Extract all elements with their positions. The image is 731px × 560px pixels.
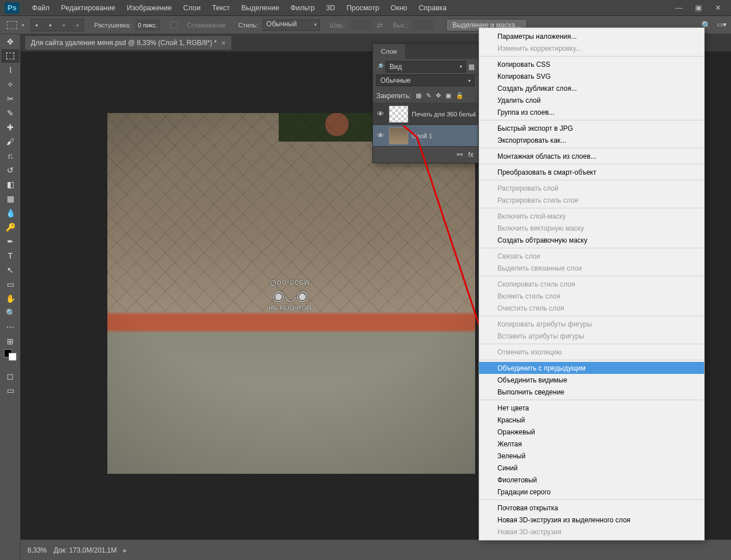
menu-окно[interactable]: Окно [385,0,413,16]
layer-row[interactable]: 👁 Слой 1 [373,125,478,147]
subtract-selection-icon[interactable]: ▫ [58,19,70,31]
menu-item[interactable]: Почтовая открытка [479,502,704,514]
menu-item[interactable]: Монтажная область из слоев... [479,150,704,162]
menu-item[interactable]: Оранжевый [479,426,704,438]
menu-item[interactable]: Копировать CSS [479,58,704,70]
menu-просмотр[interactable]: Просмотр [341,0,385,16]
layers-tab[interactable]: Слои [373,44,405,59]
status-expand-icon[interactable]: ▸ [123,546,127,554]
layer-name[interactable]: Печать для 360 белый дл... [412,111,476,118]
magic-wand-tool-icon[interactable]: ✧ [1,78,19,91]
menu-item[interactable]: Новая 3D-экструзия из выделенного слоя [479,514,704,526]
quick-mask-icon[interactable]: ◻ [1,369,19,383]
edit-toolbar-icon[interactable]: ⊞ [1,335,19,348]
rectangle-tool-icon[interactable]: ▭ [1,277,19,291]
zoom-level[interactable]: 8,33% [27,546,47,554]
menu-справка[interactable]: Справка [413,0,452,16]
add-selection-icon[interactable]: ▪ [44,19,57,31]
menu-item[interactable]: Создать обтравочную маску [479,234,704,246]
menu-item[interactable]: Группа из слоев... [479,106,704,118]
color-swatch[interactable] [1,349,19,362]
menu-separator [480,180,704,180]
lock-brush-icon[interactable]: ✎ [426,92,431,99]
move-tool-icon[interactable]: ✥ [1,35,19,49]
menu-item[interactable]: Параметры наложения... [479,30,704,42]
menu-item[interactable]: Создать дубликат слоя... [479,82,704,94]
menu-item[interactable]: Копировать SVG [479,70,704,82]
menu-текст[interactable]: Текст [206,0,235,16]
menu-item[interactable]: Зеленый [479,450,704,462]
pen-tool-icon[interactable]: ✒ [1,235,19,248]
menu-изображение[interactable]: Изображение [121,0,178,16]
blend-mode-select[interactable]: Обычные▾ [376,75,475,86]
link-layers-icon[interactable]: ⚯ [457,151,463,159]
menu-item[interactable]: Объединить с предыдущим [479,362,704,374]
menu-3d[interactable]: 3D [320,0,341,16]
blur-tool-icon[interactable]: 💧 [1,206,19,220]
eyedropper-tool-icon[interactable]: ✎ [1,106,19,120]
new-selection-icon[interactable]: ▪ [30,19,43,31]
history-brush-tool-icon[interactable]: ↺ [1,163,19,177]
screen-mode-icon[interactable]: ▭ [1,384,19,397]
menu-item: Новая 3D-экструзия [479,526,704,538]
menu-выделение[interactable]: Выделение [236,0,285,16]
menu-item[interactable]: Градации серого [479,486,704,498]
more-tools-icon[interactable]: ⋯ [1,320,19,334]
gradient-tool-icon[interactable]: ▦ [1,192,19,206]
layer-effects-icon[interactable]: fx [468,151,473,159]
eraser-tool-icon[interactable]: ◧ [1,178,19,191]
filter-icon[interactable]: ▦ [468,63,475,71]
maximize-button[interactable]: ▣ [692,3,705,13]
layer-thumbnail[interactable] [389,127,408,144]
hand-tool-icon[interactable]: ✋ [1,292,19,305]
menu-item[interactable]: Выполнить сведение [479,386,704,398]
crop-tool-icon[interactable]: ✂ [1,92,19,106]
workspace-icon[interactable]: ▭▾ [717,21,726,30]
layer-row[interactable]: 👁 Печать для 360 белый дл... [373,103,478,125]
menu-item: Очистить стиль слоя [479,302,704,314]
menu-item[interactable]: Быстрый экспорт в JPG [479,122,704,134]
rectangular-marquee-tool-icon[interactable] [1,49,19,63]
menu-редактирование[interactable]: Редактирование [55,0,121,16]
visibility-icon[interactable]: 👁 [375,131,385,140]
menu-item[interactable]: Фиолетовый [479,474,704,486]
lock-all-icon[interactable]: 🔒 [456,92,464,99]
zoom-tool-icon[interactable]: 🔍 [1,306,19,320]
menu-item[interactable]: Нет цвета [479,402,704,414]
menu-слои[interactable]: Слои [178,0,206,16]
lasso-tool-icon[interactable]: ⌇ [1,63,19,77]
lock-position-icon[interactable]: ✥ [436,92,441,99]
layer-thumbnail[interactable] [389,106,408,123]
document-canvas[interactable]: Обо всем ◉◡◉ не молчком [107,113,475,474]
intersect-selection-icon[interactable]: ▫ [71,19,84,31]
menu-item[interactable]: Синий [479,462,704,474]
filter-kind-select[interactable]: Вид▾ [385,61,466,72]
menu-separator [480,148,704,148]
close-tab-icon[interactable]: ✕ [221,40,226,46]
clone-stamp-tool-icon[interactable]: ⎌ [1,149,19,163]
layer-name[interactable]: Слой 1 [412,132,476,139]
menu-item[interactable]: Объединить видимые [479,374,704,386]
menu-фильтр[interactable]: Фильтр [285,0,320,16]
path-selection-tool-icon[interactable]: ↖ [1,263,19,277]
type-tool-icon[interactable]: T [1,249,19,263]
feather-input[interactable] [135,19,160,31]
document-tab[interactable]: Для сайта удаление меня.psd @ 8,33% (Сло… [25,36,231,50]
menu-item[interactable]: Преобразовать в смарт-объект [479,166,704,178]
dodge-tool-icon[interactable]: 🔑 [1,220,19,234]
minimize-button[interactable]: — [673,3,685,13]
menu-item[interactable]: Желтая [479,438,704,450]
healing-brush-tool-icon[interactable]: ✚ [1,120,19,134]
brush-tool-icon[interactable]: 🖌 [1,135,19,148]
lock-artboard-icon[interactable]: ▣ [445,92,451,99]
chevron-down-icon[interactable]: ▾ [22,22,25,28]
marquee-tool-icon[interactable] [7,21,17,29]
style-select[interactable]: Обычный [263,19,320,31]
menu-item[interactable]: Красный [479,414,704,426]
lock-pixels-icon[interactable]: ▦ [416,92,421,99]
menu-item[interactable]: Удалить слой [479,94,704,106]
menu-item[interactable]: Экспортировать как... [479,134,704,146]
visibility-icon[interactable]: 👁 [375,110,385,118]
menu-файл[interactable]: Файл [26,0,55,16]
close-button[interactable]: ✕ [712,3,724,13]
